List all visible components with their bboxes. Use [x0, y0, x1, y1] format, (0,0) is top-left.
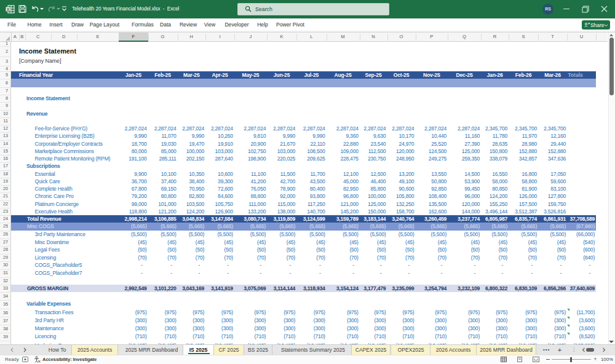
svg-text:X: X [6, 7, 9, 12]
